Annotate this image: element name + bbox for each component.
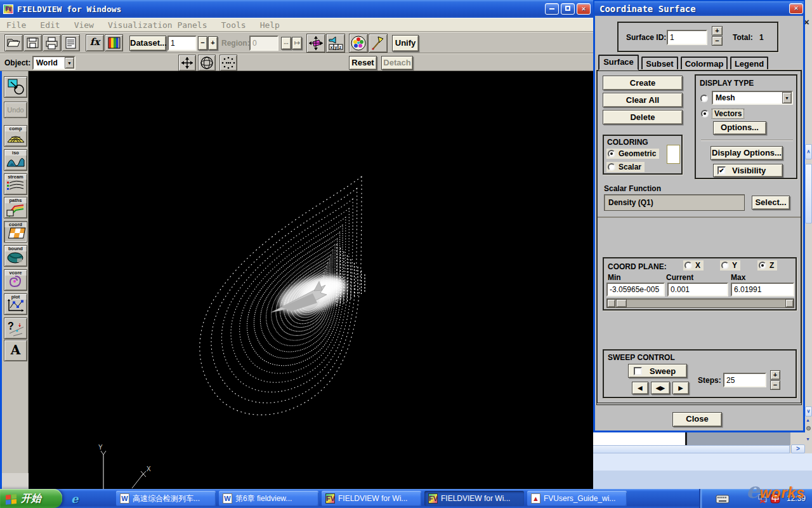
iso-surface-button[interactable]: iso xyxy=(4,149,27,171)
dataset-plus-button[interactable]: + xyxy=(208,36,218,50)
dataset-input[interactable] xyxy=(167,36,197,51)
tab-colormap[interactable]: Colormap xyxy=(681,57,728,70)
ie-quicklaunch-icon[interactable]: e xyxy=(71,492,84,505)
sweep-toggle-button[interactable]: Sweep xyxy=(628,364,687,378)
menu-edit[interactable]: Edit xyxy=(40,20,60,30)
antivirus-tray-icon[interactable] xyxy=(770,493,780,504)
coord-plane-x-radio[interactable]: X xyxy=(683,260,704,271)
background-vscroll-thumb[interactable] xyxy=(805,164,812,224)
main-title-bar[interactable]: FV FIELDVIEW for Windows ✕ xyxy=(0,0,593,18)
coloring-geometric-radio[interactable]: Geometric xyxy=(606,149,659,159)
sweep-back-button[interactable]: ◀ xyxy=(632,382,648,394)
tab-subset[interactable]: Subset xyxy=(641,57,678,70)
transform-controls-button[interactable] xyxy=(306,34,325,53)
coord-current-input[interactable] xyxy=(667,283,728,297)
open-file-button[interactable] xyxy=(4,34,23,51)
particle-paths-button[interactable]: paths xyxy=(4,197,27,218)
surface-id-plus-button[interactable]: + xyxy=(712,26,723,36)
dataset-button[interactable]: Dataset... xyxy=(129,36,166,51)
menu-visualization-panels[interactable]: Visualization Panels xyxy=(108,20,207,30)
rotate-mode-button[interactable] xyxy=(198,55,216,71)
coordinate-surface-button[interactable]: coord xyxy=(4,221,27,243)
pdf-page-up-icon[interactable]: ▲ xyxy=(806,418,810,422)
slider-left-button[interactable] xyxy=(607,299,615,307)
surface-id-minus-button[interactable]: − xyxy=(712,36,723,46)
tab-surface[interactable]: Surface xyxy=(598,55,639,70)
save-button[interactable] xyxy=(23,34,42,51)
network-offline-tray-icon[interactable] xyxy=(757,493,768,504)
zoom-tool-button[interactable] xyxy=(4,76,27,98)
surface-id-input[interactable] xyxy=(667,30,707,45)
boundary-surface-button[interactable]: bound xyxy=(4,245,27,267)
maximize-button[interactable] xyxy=(561,3,575,15)
clear-all-button[interactable]: Clear All xyxy=(603,93,683,107)
close-button[interactable]: ✕ xyxy=(577,3,591,15)
steps-minus-button[interactable]: − xyxy=(770,380,780,390)
computational-surface-button[interactable]: comp xyxy=(4,125,27,147)
mesh-radio[interactable] xyxy=(700,95,708,102)
annotation-button[interactable]: A xyxy=(4,340,27,361)
slider-thumb[interactable] xyxy=(616,299,627,307)
visibility-checkbox[interactable]: ✔ xyxy=(717,166,726,175)
taskbar-item-fieldview-1[interactable]: FV FIELDVIEW for Wi... xyxy=(322,491,421,506)
steps-input[interactable] xyxy=(723,373,766,387)
keyboard-tray-icon[interactable] xyxy=(716,494,730,504)
object-dropdown[interactable]: World ▼ xyxy=(32,56,75,70)
pdf-page-down-icon[interactable]: ▼ xyxy=(806,437,810,441)
dialog-close-icon[interactable]: ✕ xyxy=(789,3,803,14)
pan-mode-button[interactable] xyxy=(178,55,196,71)
plot-button[interactable]: plot xyxy=(4,293,27,315)
reset-button[interactable]: Reset xyxy=(349,56,377,70)
background-vscroll-up[interactable]: ∧ xyxy=(805,144,812,159)
probe-button[interactable]: ? xyxy=(4,318,27,339)
sweep-forward-button[interactable]: ▶ xyxy=(672,382,689,394)
coord-plane-z-radio[interactable]: Z xyxy=(757,260,777,271)
coord-min-input[interactable] xyxy=(606,283,665,297)
object-dropdown-arrow-icon[interactable]: ▼ xyxy=(65,57,74,69)
vortex-cores-button[interactable]: vcore xyxy=(4,269,27,291)
function-button[interactable]: fx xyxy=(86,34,104,51)
taskbar-item-word-2[interactable]: W 第6章 fieldview... xyxy=(219,491,318,506)
graphics-viewport[interactable]: Y X xyxy=(29,71,593,489)
minimize-button[interactable] xyxy=(545,3,559,15)
report-button[interactable] xyxy=(62,34,80,51)
unify-button[interactable]: Unify xyxy=(392,35,419,51)
menu-tools[interactable]: Tools xyxy=(221,20,246,30)
geometric-color-swatch[interactable] xyxy=(667,145,680,164)
annotation-xyz-button[interactable]: xyz xyxy=(326,34,345,53)
delete-button[interactable]: Delete xyxy=(603,110,683,124)
coord-plane-y-radio[interactable]: Y xyxy=(720,260,740,271)
tab-legend[interactable]: Legend xyxy=(730,57,768,70)
background-hscroll-right[interactable]: > xyxy=(791,444,805,453)
taskbar-item-word-1[interactable]: W 高速综合检测列车... xyxy=(116,491,216,506)
print-button[interactable] xyxy=(43,34,61,51)
sweep-checkbox[interactable] xyxy=(634,367,642,375)
coord-plane-slider[interactable] xyxy=(606,298,794,308)
picker-wand-button[interactable] xyxy=(369,34,388,53)
sweep-bounce-button[interactable]: ◀▶ xyxy=(651,382,670,394)
taskbar-item-fieldview-2[interactable]: FV FIELDVIEW for Wi... xyxy=(424,491,524,506)
color-wheel-button[interactable] xyxy=(349,34,368,53)
visibility-button[interactable]: ✔ Visibility xyxy=(713,164,783,177)
mesh-dropdown-arrow-icon[interactable]: ▼ xyxy=(782,92,792,104)
coord-max-input[interactable] xyxy=(731,283,794,297)
dataset-minus-button[interactable]: − xyxy=(198,36,207,50)
background-hscroll-track[interactable] xyxy=(592,445,790,453)
start-button[interactable]: 开始 xyxy=(0,489,62,508)
create-button[interactable]: Create xyxy=(603,76,683,90)
background-vscroll-down[interactable]: ∨ xyxy=(805,406,812,417)
menu-view[interactable]: View xyxy=(74,20,94,30)
taskbar-item-pdf[interactable]: ▲ FVUsers_Guide_wi... xyxy=(527,491,627,506)
menu-file[interactable]: File xyxy=(6,20,26,30)
colormap-button[interactable] xyxy=(105,34,123,51)
display-options-button[interactable]: Display Options... xyxy=(710,146,783,160)
dialog-close-button[interactable]: Close xyxy=(672,412,722,427)
vector-options-button[interactable]: Options... xyxy=(713,121,766,135)
dialog-title-bar[interactable]: Coordinate Surface ✕ xyxy=(594,1,804,16)
dotted-sphere-button[interactable] xyxy=(219,55,237,71)
scalar-select-button[interactable]: Select... xyxy=(752,196,790,210)
mesh-dropdown[interactable]: Mesh ▼ xyxy=(712,91,793,105)
coloring-scalar-radio[interactable]: Scalar xyxy=(606,162,645,172)
menu-help[interactable]: Help xyxy=(260,20,280,30)
steps-plus-button[interactable]: + xyxy=(770,370,780,380)
